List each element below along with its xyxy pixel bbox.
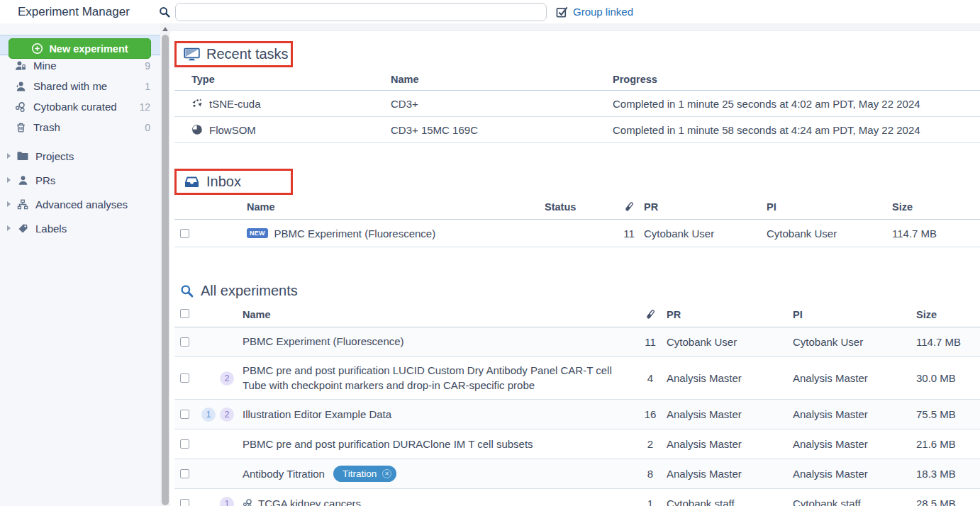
- inbox-rows: NEWPBMC Experiment (Fluorescence)11Cytob…: [174, 220, 980, 247]
- recent-tasks-header: Type Name Progress: [174, 70, 980, 91]
- chevron-right-icon[interactable]: [7, 153, 11, 159]
- chevron-right-icon[interactable]: [7, 177, 11, 183]
- experiment-name-cell: PBMC Experiment (Fluorescence): [243, 327, 634, 356]
- row-select-cell: 1: [174, 489, 243, 506]
- select-all-checkbox-cell: [174, 305, 243, 327]
- inbox-row[interactable]: NEWPBMC Experiment (Fluorescence)11Cytob…: [174, 220, 980, 247]
- recent-task-row[interactable]: FlowSOMCD3+ 15MC 169CCompleted in 1 minu…: [174, 117, 980, 143]
- experiment-row[interactable]: Antibody TitrationTitration✕8Analysis Ma…: [174, 459, 980, 489]
- row-checkbox[interactable]: [180, 469, 189, 478]
- size-cell: 21.6 MB: [916, 429, 980, 459]
- recent-tasks-title: Recent tasks: [206, 46, 289, 62]
- annotation-box-recent-tasks: Recent tasks: [174, 41, 293, 67]
- column-header-pi[interactable]: PI: [793, 305, 916, 327]
- all-experiments-header: Name PR PI Size: [174, 305, 980, 327]
- scrollbar-thumb[interactable]: [162, 35, 169, 505]
- experiment-row[interactable]: 2PBMC pre and post purification LUCID Cu…: [174, 357, 980, 400]
- task-progress-cell: Completed in 1 minute 25 seconds at 4:02…: [613, 91, 980, 116]
- user-lock-icon: [14, 60, 27, 72]
- sidebar-item-prs[interactable]: PRs: [0, 168, 160, 192]
- checked-checkbox-icon: [556, 6, 569, 18]
- row-checkbox[interactable]: [180, 337, 189, 347]
- experiment-row[interactable]: 12Illustration Editor Example Data16Anal…: [174, 400, 980, 429]
- recent-tasks-rows: tSNE-cudaCD3+Completed in 1 minute 25 se…: [174, 91, 980, 143]
- edits-count-cell: 11: [634, 327, 667, 356]
- column-header-edits[interactable]: [614, 198, 644, 219]
- scroll-up-arrow[interactable]: [160, 23, 170, 34]
- experiment-name: PBMC Experiment (Fluorescence): [274, 227, 436, 240]
- new-experiment-label: New experiment: [49, 43, 128, 55]
- search-icon: [180, 284, 194, 298]
- column-header-type: Type: [174, 70, 391, 90]
- count-badge: 2: [220, 407, 234, 422]
- column-header-pr[interactable]: PR: [667, 305, 793, 327]
- sidebar-item-trash[interactable]: Trash0: [0, 117, 160, 137]
- experiment-row[interactable]: PBMC pre and post purification DURAClone…: [174, 429, 980, 459]
- task-name-cell: CD3+ 15MC 169C: [391, 117, 613, 142]
- recent-task-row[interactable]: tSNE-cudaCD3+Completed in 1 minute 25 se…: [174, 91, 980, 117]
- column-header-name[interactable]: Name: [247, 198, 545, 219]
- row-checkbox[interactable]: [180, 410, 189, 419]
- experiment-name: PBMC pre and post purification DURAClone…: [243, 437, 533, 452]
- chevron-right-icon[interactable]: [7, 225, 11, 231]
- edits-count-cell: 16: [634, 400, 667, 429]
- pr-cell: Cytobank User: [667, 327, 793, 356]
- sidebar-item-cytobank-curated[interactable]: Cytobank curated12: [0, 96, 160, 117]
- inbox-header: Name Status PR PI Size: [174, 198, 980, 220]
- sidebar-item-advanced-analyses[interactable]: Advanced analyses: [0, 192, 160, 216]
- sidebar-item-label: Cytobank curated: [33, 101, 139, 113]
- size-cell: 28.5 MB: [916, 489, 980, 506]
- scrollbar-track: [160, 23, 170, 506]
- top-bar: Experiment Manager Group linked: [0, 0, 980, 23]
- column-header-select: [174, 198, 247, 219]
- task-type-label: FlowSOM: [209, 124, 256, 136]
- new-experiment-button[interactable]: New experiment: [9, 38, 151, 59]
- select-all-checkbox[interactable]: [180, 309, 189, 318]
- column-header-status[interactable]: Status: [545, 198, 614, 219]
- remove-tag-icon[interactable]: ✕: [382, 469, 391, 478]
- edits-count-cell: 2: [634, 429, 667, 459]
- experiment-row[interactable]: PBMC Experiment (Fluorescence)11Cytobank…: [174, 327, 980, 357]
- row-checkbox[interactable]: [180, 439, 189, 449]
- row-checkbox[interactable]: [180, 229, 189, 238]
- group-linked-checkbox[interactable]: Group linked: [556, 6, 633, 18]
- curated-icon: [243, 498, 253, 506]
- edits-count-cell: 4: [634, 357, 667, 399]
- status-cell: [545, 220, 614, 247]
- chevron-right-icon[interactable]: [7, 201, 11, 207]
- page-title: Experiment Manager: [0, 5, 143, 19]
- row-checkbox[interactable]: [180, 373, 189, 383]
- inbox-icon: [184, 175, 200, 189]
- column-header-size[interactable]: Size: [892, 198, 980, 219]
- search-icon: [159, 6, 170, 18]
- row-checkbox[interactable]: [180, 499, 189, 506]
- sidebar-item-labels[interactable]: Labels: [0, 216, 160, 240]
- column-header-pr[interactable]: PR: [644, 198, 767, 219]
- sitemap-icon: [16, 199, 29, 210]
- column-header-pi[interactable]: PI: [767, 198, 892, 219]
- experiment-name-cell: NEWPBMC Experiment (Fluorescence): [247, 220, 545, 247]
- sidebar-item-shared-with-me[interactable]: Shared with me1: [0, 76, 160, 96]
- task-progress-cell: Completed in 1 minute 58 seconds at 4:24…: [613, 117, 980, 142]
- pi-cell: Cytobank User: [793, 327, 916, 356]
- pr-cell: Analysis Master: [667, 357, 793, 399]
- task-type-cell: FlowSOM: [174, 117, 391, 142]
- column-header-edits[interactable]: [634, 305, 667, 327]
- experiment-name-cell: PBMC pre and post purification DURAClone…: [243, 429, 634, 459]
- column-header-size[interactable]: Size: [916, 305, 980, 327]
- sidebar-item-projects[interactable]: Projects: [0, 144, 160, 168]
- pi-cell: Analysis Master: [793, 400, 916, 429]
- folder-icon: [16, 151, 29, 161]
- experiment-row[interactable]: 1TCGA kidney cancers1Cytobank staffCytob…: [174, 489, 980, 506]
- label-tag-pill[interactable]: Titration✕: [333, 466, 396, 482]
- new-badge: NEW: [247, 228, 268, 238]
- size-cell: 114.7 MB: [892, 220, 980, 247]
- user-icon: [16, 175, 29, 186]
- experiment-manager-window: Experiment Manager Group linked New expe…: [0, 0, 980, 506]
- search-input[interactable]: [175, 3, 547, 21]
- column-header-name[interactable]: Name: [243, 305, 634, 327]
- pr-cell: Cytobank staff: [667, 489, 793, 506]
- pr-cell: Analysis Master: [667, 400, 793, 429]
- experiment-name-cell: PBMC pre and post purification LUCID Cus…: [243, 357, 634, 399]
- experiment-name: PBMC Experiment (Fluorescence): [243, 334, 404, 349]
